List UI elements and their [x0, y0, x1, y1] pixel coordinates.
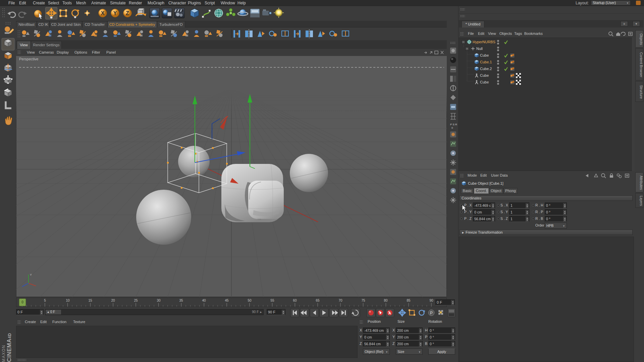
- svg-text:15: 15: [88, 299, 92, 302]
- svg-text:75: 75: [361, 299, 365, 302]
- svg-text:30: 30: [157, 299, 161, 302]
- svg-text:Y: Y: [113, 10, 117, 16]
- svg-text:10: 10: [66, 299, 70, 302]
- svg-text:50: 50: [248, 299, 252, 302]
- svg-text:0: 0: [21, 300, 23, 304]
- svg-text:60: 60: [293, 299, 297, 302]
- svg-text:25: 25: [134, 299, 138, 302]
- svg-text:65: 65: [316, 299, 320, 302]
- svg-text:85: 85: [407, 299, 411, 302]
- svg-text:A: A: [388, 311, 391, 315]
- svg-text:Z: Z: [126, 10, 129, 16]
- svg-text:20: 20: [111, 299, 115, 302]
- svg-text:5: 5: [44, 299, 46, 302]
- svg-text:55: 55: [270, 299, 274, 302]
- svg-text:40: 40: [202, 299, 206, 302]
- svg-text:70: 70: [338, 299, 342, 302]
- svg-text:80: 80: [384, 299, 388, 302]
- svg-text:P S R: P S R: [450, 123, 457, 126]
- svg-text:35: 35: [179, 299, 183, 302]
- svg-text:P: P: [430, 311, 433, 315]
- svg-text:0: 0: [451, 126, 453, 129]
- svg-text:X: X: [101, 10, 105, 16]
- svg-text:Y: Y: [30, 273, 32, 277]
- svg-text:45: 45: [225, 299, 229, 302]
- svg-text:90: 90: [429, 299, 433, 302]
